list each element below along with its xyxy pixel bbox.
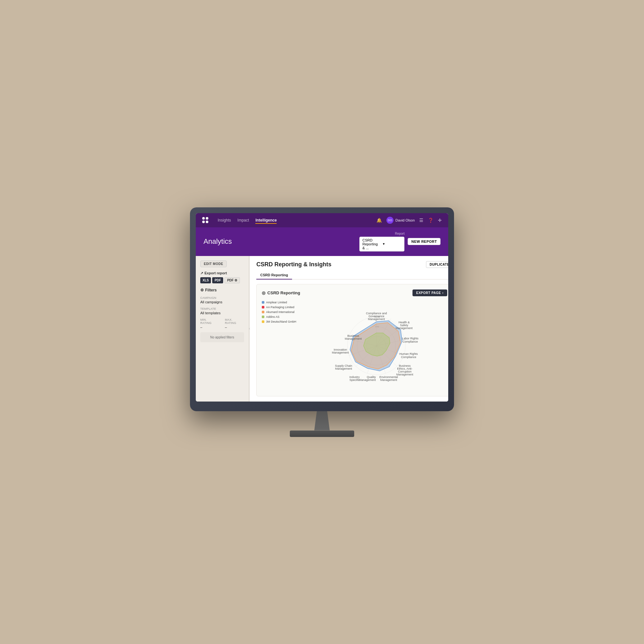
report-section: Report CSRD Reporting & ... ▾ NEW REPORT xyxy=(359,232,440,251)
report-page-title: CSRD Reporting & Insights xyxy=(256,261,331,268)
export-buttons: XLS PDF PDF ⚙ xyxy=(200,277,244,283)
legend-color-2 xyxy=(262,306,264,308)
chart-section: ◎ CSRD Reporting EXPORT PAGE › xyxy=(256,284,448,396)
max-rating-filter: Max. Rating – xyxy=(225,318,244,329)
arrow-right-icon: › xyxy=(442,291,444,295)
template-label: Template xyxy=(200,307,244,310)
template-value: All templates xyxy=(200,311,244,315)
campaign-label: Campaign xyxy=(200,296,244,299)
svg-text:Management: Management xyxy=(359,378,376,382)
svg-text:Management: Management xyxy=(335,367,352,370)
min-rating-value: – xyxy=(200,325,219,329)
chart-title: ◎ CSRD Reporting xyxy=(262,290,300,295)
svg-text:Management: Management xyxy=(396,327,413,330)
max-rating-label: Max. Rating xyxy=(225,318,244,325)
bell-icon[interactable]: 🔔 xyxy=(376,218,382,223)
min-rating-label: Min. Rating xyxy=(200,318,219,325)
page-header: CSRD Reporting & Insights DUPLICATE xyxy=(256,261,448,268)
legend-label-3: Akumard International xyxy=(266,310,294,314)
user-badge: DO David Olson xyxy=(386,217,415,224)
campaign-value: All campaigns xyxy=(200,300,244,304)
legend-label-1: Amplear Limited xyxy=(266,301,287,304)
pdf-settings-button[interactable]: PDF ⚙ xyxy=(224,277,240,283)
legend-label-5: 3M Deutschland GmbH xyxy=(266,320,296,323)
legend-color-3 xyxy=(262,311,264,313)
filters-section: ⚙ Filters Campaign All campaigns Templat… xyxy=(200,288,244,342)
export-page-button[interactable]: EXPORT PAGE › xyxy=(412,289,448,296)
report-value: CSRD Reporting & ... xyxy=(362,238,381,250)
chevron-down-icon: ▾ xyxy=(383,242,402,246)
legend-item-5: 3M Deutschland GmbH xyxy=(262,320,300,323)
rating-filters: Min. Rating – Max. Rating – xyxy=(200,318,244,329)
menu-icon[interactable]: ☰ xyxy=(419,218,423,223)
monitor-body: Insights Impact Intelligence 🔔 DO David … xyxy=(190,207,454,411)
analytics-header: Analytics Report CSRD Reporting & ... ▾ … xyxy=(196,227,448,256)
top-nav: Insights Impact Intelligence 🔔 DO David … xyxy=(196,213,448,227)
svg-text:Management: Management xyxy=(332,351,349,354)
min-rating-filter: Min. Rating – xyxy=(200,318,219,329)
nav-right: 🔔 DO David Olson ☰ ❓ ✛ xyxy=(376,217,442,224)
nav-insights[interactable]: Insights xyxy=(218,217,231,224)
nav-links: Insights Impact Intelligence xyxy=(218,217,370,224)
user-name: David Olson xyxy=(395,218,415,222)
chart-legend: Amplear Limited AA Packaging Limited Aku… xyxy=(262,301,300,325)
tab-csrd-reporting[interactable]: CSRD Reporting xyxy=(256,271,292,279)
max-rating-value: – xyxy=(225,325,244,329)
screen: Insights Impact Intelligence 🔔 DO David … xyxy=(196,213,448,402)
svg-text:Management: Management xyxy=(368,317,385,321)
new-report-button[interactable]: NEW REPORT xyxy=(408,238,440,245)
chart-header: ◎ CSRD Reporting EXPORT PAGE › xyxy=(262,289,447,296)
svg-text:Labor Rights: Labor Rights xyxy=(402,337,419,340)
nav-intelligence[interactable]: Intelligence xyxy=(255,217,277,224)
xls-export-button[interactable]: XLS xyxy=(200,277,211,283)
filters-title: ⚙ Filters xyxy=(200,288,244,292)
legend-label-2: AA Packaging Limited xyxy=(266,306,294,309)
legend-item-1: Amplear Limited xyxy=(262,301,300,304)
plus-icon[interactable]: ✛ xyxy=(438,218,442,223)
edit-mode-button[interactable]: EDIT MODE xyxy=(200,260,227,267)
legend-label-4: Addins AS xyxy=(266,315,279,318)
export-title: ↗ Export report xyxy=(200,271,244,275)
no-filters-badge: No applied filters xyxy=(200,332,244,342)
pdf-export-button[interactable]: PDF xyxy=(212,277,223,283)
svg-text:Compliance: Compliance xyxy=(403,340,418,343)
svg-text:Management: Management xyxy=(345,337,362,340)
report-dropdown[interactable]: CSRD Reporting & ... ▾ xyxy=(359,237,404,251)
template-filter: Template All templates xyxy=(200,307,244,315)
svg-text:Human Rights: Human Rights xyxy=(400,352,418,355)
filter-icon: ⚙ xyxy=(200,288,204,292)
report-label: Report xyxy=(395,232,404,235)
nav-impact[interactable]: Impact xyxy=(237,217,249,224)
radar-svg: .axis-label { font-size: 9px; fill: #555… xyxy=(306,301,447,391)
monitor-base xyxy=(290,431,354,437)
duplicate-button[interactable]: DUPLICATE xyxy=(426,261,448,268)
campaign-filter: Campaign All campaigns xyxy=(200,296,244,304)
help-icon[interactable]: ❓ xyxy=(428,218,433,223)
legend-item-2: AA Packaging Limited xyxy=(262,306,300,309)
tab-bar: CSRD Reporting xyxy=(256,271,448,279)
svg-text:Management: Management xyxy=(396,373,413,376)
app-logo xyxy=(202,217,209,223)
legend-item-4: Addins AS xyxy=(262,315,300,318)
export-icon: ↗ xyxy=(200,271,203,275)
export-section: ↗ Export report XLS PDF PDF ⚙ xyxy=(200,271,244,283)
chart-area: Amplear Limited AA Packaging Limited Aku… xyxy=(262,301,447,391)
page-title: Analytics xyxy=(204,237,232,246)
page-content: CSRD Reporting & Insights DUPLICATE CSRD… xyxy=(250,256,448,402)
legend-color-4 xyxy=(262,316,264,318)
svg-text:Specific: Specific xyxy=(350,378,360,382)
svg-text:Management: Management xyxy=(380,378,397,382)
legend-color-1 xyxy=(262,301,264,304)
legend-item-3: Akumard International xyxy=(262,310,300,314)
avatar: DO xyxy=(386,217,393,224)
chart-title-icon: ◎ xyxy=(262,290,265,295)
main-content: EDIT MODE ↗ Export report XLS PDF PDF ⚙ xyxy=(196,256,448,402)
radar-chart: .axis-label { font-size: 9px; fill: #555… xyxy=(306,301,447,391)
svg-text:Compliance: Compliance xyxy=(401,355,417,359)
legend-color-5 xyxy=(262,320,264,323)
monitor-neck xyxy=(309,411,335,431)
sidebar: EDIT MODE ↗ Export report XLS PDF PDF ⚙ xyxy=(196,256,249,402)
